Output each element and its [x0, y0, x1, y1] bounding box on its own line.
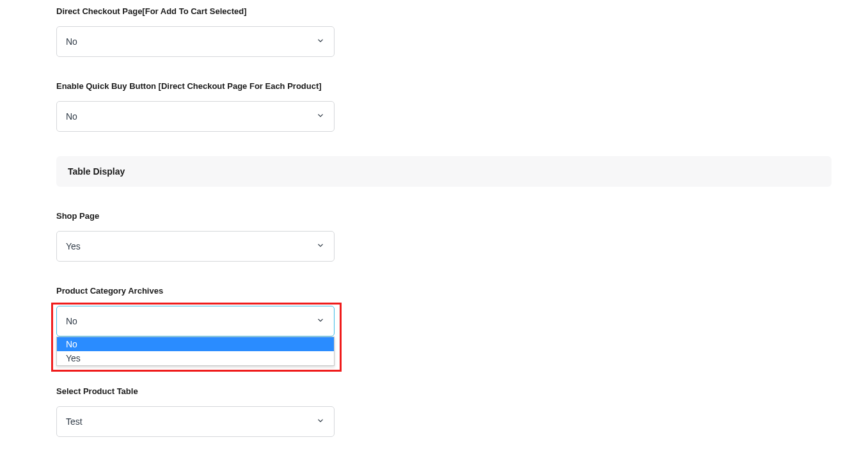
chevron-down-icon	[316, 111, 325, 122]
field-category-archives: Product Category Archives No No Yes	[56, 286, 832, 336]
quick-buy-value: No	[66, 111, 77, 122]
field-quick-buy: Enable Quick Buy Button [Direct Checkout…	[56, 81, 832, 132]
category-archives-label: Product Category Archives	[56, 286, 832, 296]
dropdown-option-yes[interactable]: Yes	[57, 351, 334, 365]
category-archives-dropdown: No Yes	[56, 336, 335, 366]
field-shop-page: Shop Page Yes	[56, 211, 832, 262]
shop-page-select[interactable]: Yes	[56, 231, 335, 262]
category-archives-value: No	[66, 316, 77, 326]
field-select-product-table: Select Product Table Test	[56, 386, 832, 437]
select-product-table-select[interactable]: Test	[56, 406, 335, 437]
shop-page-value: Yes	[66, 241, 81, 251]
field-direct-checkout: Direct Checkout Page[For Add To Cart Sel…	[56, 6, 832, 57]
section-table-display: Table Display	[56, 156, 832, 187]
select-product-table-value: Test	[66, 416, 83, 427]
direct-checkout-label: Direct Checkout Page[For Add To Cart Sel…	[56, 6, 832, 16]
chevron-down-icon	[316, 316, 325, 327]
direct-checkout-value: No	[66, 36, 77, 47]
direct-checkout-select[interactable]: No	[56, 26, 335, 57]
quick-buy-label: Enable Quick Buy Button [Direct Checkout…	[56, 81, 832, 91]
shop-page-label: Shop Page	[56, 211, 832, 221]
category-archives-select[interactable]: No	[56, 306, 335, 336]
quick-buy-select[interactable]: No	[56, 101, 335, 132]
dropdown-option-no[interactable]: No	[57, 337, 334, 351]
chevron-down-icon	[316, 36, 325, 47]
select-product-table-label: Select Product Table	[56, 386, 832, 396]
chevron-down-icon	[316, 241, 325, 252]
chevron-down-icon	[316, 416, 325, 427]
